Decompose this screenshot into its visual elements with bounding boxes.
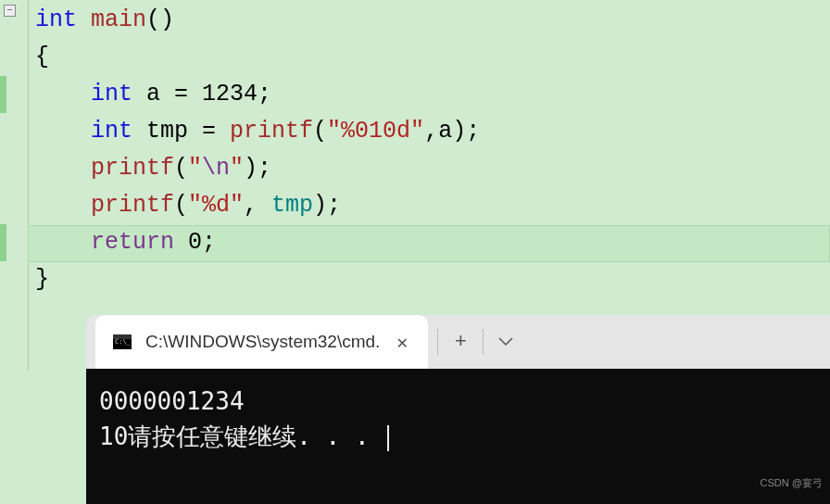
output-line: 0000001234: [99, 384, 817, 419]
fold-toggle-icon[interactable]: −: [4, 5, 16, 17]
code-line: return 0;: [35, 224, 830, 261]
code-area[interactable]: int main() { int a = 1234; int tmp = pri…: [0, 0, 830, 298]
code-line: {: [35, 39, 830, 76]
cursor-icon: [387, 425, 389, 451]
code-line: int tmp = printf("%010d",a);: [35, 113, 830, 150]
code-line: }: [35, 261, 830, 298]
terminal-tab[interactable]: C:\WINDOWS\system32\cmd. ✕: [95, 315, 428, 369]
terminal-output[interactable]: 0000001234 10请按任意键继续. . . CSDN @宴弓: [86, 369, 830, 504]
close-icon[interactable]: ✕: [393, 327, 411, 358]
tab-dropdown-button[interactable]: [484, 323, 528, 360]
chevron-down-icon: [498, 337, 513, 346]
new-tab-button[interactable]: +: [438, 323, 483, 360]
tab-title: C:\WINDOWS\system32\cmd.: [145, 332, 380, 352]
code-line: printf("%d", tmp);: [35, 187, 830, 224]
cmd-icon: [112, 334, 132, 350]
terminal-window: C:\WINDOWS\system32\cmd. ✕ + 0000001234 …: [86, 315, 830, 504]
watermark: CSDN @宴弓: [761, 465, 823, 500]
tab-actions: +: [437, 323, 528, 360]
output-line: 10请按任意键继续. . .: [99, 419, 817, 454]
tab-bar: C:\WINDOWS\system32\cmd. ✕ +: [86, 315, 830, 369]
gutter-highlight: [0, 224, 6, 261]
code-line: int a = 1234;: [35, 76, 830, 113]
gutter-highlight: [0, 76, 6, 113]
code-line: int main(): [35, 2, 830, 39]
code-line: printf("\n");: [35, 150, 830, 187]
gutter-line: [28, 0, 29, 371]
